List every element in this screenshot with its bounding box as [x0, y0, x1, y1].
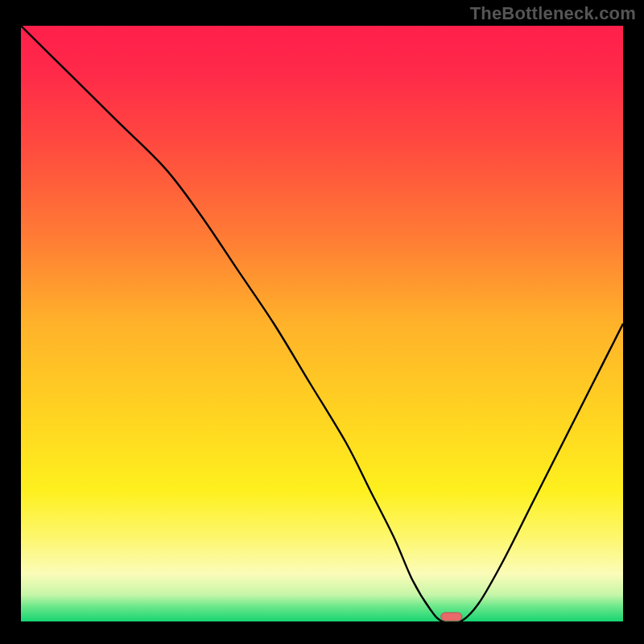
watermark-text: TheBottleneck.com [470, 3, 636, 24]
bottleneck-chart [21, 26, 623, 621]
selected-point-marker [441, 613, 462, 621]
plot-area [21, 26, 623, 621]
chart-frame: TheBottleneck.com [0, 0, 644, 644]
